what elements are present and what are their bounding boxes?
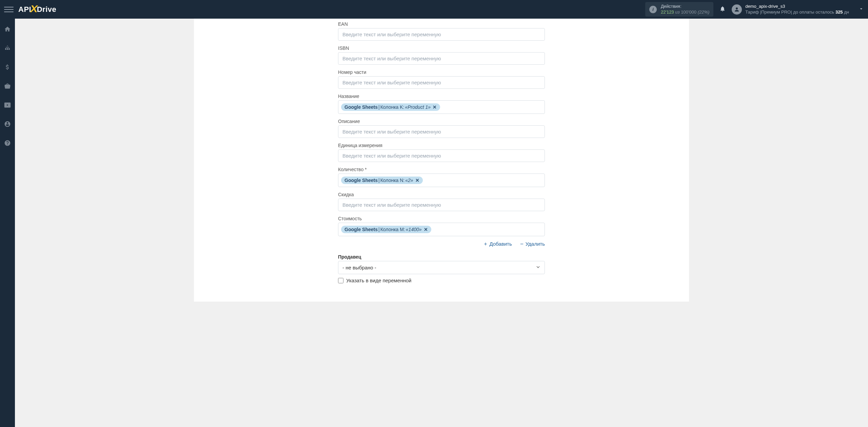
sidebar-home[interactable]	[0, 23, 15, 36]
tag-qty: Google Sheets | Колонка N: «2» ✕	[341, 177, 423, 184]
field-isbn: ISBN	[338, 45, 545, 65]
label-cost: Стоимость	[338, 216, 545, 221]
minus-icon	[519, 242, 524, 246]
label-seller: Продавец	[338, 254, 545, 260]
field-qty: Количество * Google Sheets | Колонка N: …	[338, 167, 545, 187]
add-button[interactable]: Добавить	[483, 241, 512, 247]
plus-icon	[483, 242, 488, 246]
input-cost[interactable]: Google Sheets | Колонка M: «1400» ✕	[338, 223, 545, 236]
svg-point-0	[736, 7, 738, 9]
sidebar-connections[interactable]	[0, 42, 15, 55]
label-desc: Описание	[338, 119, 545, 124]
field-cost: Стоимость Google Sheets | Колонка M: «14…	[338, 216, 545, 236]
input-partnum[interactable]	[338, 76, 545, 89]
input-ean[interactable]	[338, 28, 545, 41]
action-links: Добавить Удалить	[338, 241, 545, 247]
input-unit[interactable]	[338, 149, 545, 162]
tag-name: Google Sheets | Колонка K: «Product 1» ✕	[341, 103, 440, 111]
content-card: EAN ISBN Номер части Название Google She…	[194, 19, 689, 302]
tag-remove-qty[interactable]: ✕	[415, 178, 419, 183]
info-icon: i	[649, 6, 657, 13]
select-seller[interactable]: - не выбрано -	[338, 261, 545, 274]
input-isbn[interactable]	[338, 52, 545, 65]
input-qty[interactable]: Google Sheets | Колонка N: «2» ✕	[338, 174, 545, 187]
actions-label: Действия:	[661, 4, 709, 9]
label-discount: Скидка	[338, 192, 545, 197]
notifications-button[interactable]	[719, 6, 726, 13]
label-unit: Единица измерения	[338, 143, 545, 148]
delete-button[interactable]: Удалить	[519, 241, 545, 247]
field-discount: Скидка	[338, 192, 545, 211]
field-partnum: Номер части	[338, 69, 545, 89]
tag-cost: Google Sheets | Колонка M: «1400» ✕	[341, 226, 431, 233]
top-header: API X Drive i Действия: 22'123 из 100'00…	[0, 0, 868, 19]
input-desc[interactable]	[338, 125, 545, 138]
actions-sep: из	[675, 9, 681, 15]
tag-remove-cost[interactable]: ✕	[424, 227, 428, 232]
label-ean: EAN	[338, 21, 545, 27]
logo-text-api: API	[18, 5, 31, 14]
label-qty: Количество *	[338, 167, 545, 172]
actions-count: 22'123	[661, 9, 674, 15]
chevron-down-icon[interactable]	[859, 6, 864, 13]
sidebar-help[interactable]	[0, 137, 15, 149]
field-ean: EAN	[338, 21, 545, 41]
main-page: EAN ISBN Номер части Название Google She…	[15, 19, 868, 302]
label-partnum: Номер части	[338, 69, 545, 75]
user-tariff: Тариф |Премиум PRO| до оплаты осталось 3…	[745, 9, 849, 15]
form-container: EAN ISBN Номер части Название Google She…	[338, 19, 545, 283]
field-name: Название Google Sheets | Колонка K: «Pro…	[338, 94, 545, 114]
checkbox-label[interactable]: Указать в виде переменной	[346, 278, 412, 283]
actions-total: 100'000	[681, 9, 696, 15]
avatar-icon	[732, 4, 742, 15]
field-desc: Описание	[338, 119, 545, 138]
sidebar-video[interactable]	[0, 99, 15, 111]
sidebar-billing[interactable]	[0, 61, 15, 74]
checkbox-variable[interactable]	[338, 278, 343, 283]
tag-remove-name[interactable]: ✕	[433, 104, 437, 110]
field-seller: Продавец - не выбрано - Указать в виде п…	[338, 254, 545, 283]
input-discount[interactable]	[338, 199, 545, 211]
actions-pct: (22%)	[698, 9, 710, 15]
user-name: demo_apix-drive_s3	[745, 4, 849, 9]
actions-counter[interactable]: i Действия: 22'123 из 100'000 (22%)	[645, 2, 713, 17]
label-isbn: ISBN	[338, 45, 545, 51]
input-name[interactable]: Google Sheets | Колонка K: «Product 1» ✕	[338, 100, 545, 114]
sidebar-tools[interactable]	[0, 80, 15, 93]
menu-toggle-button[interactable]	[4, 5, 14, 14]
sidebar-account[interactable]	[0, 118, 15, 130]
field-unit: Единица измерения	[338, 143, 545, 162]
logo[interactable]: API X Drive	[18, 4, 56, 15]
sidebar	[0, 19, 15, 302]
label-name: Название	[338, 94, 545, 99]
logo-text-drive: Drive	[37, 5, 57, 14]
logo-x: X	[30, 3, 38, 15]
user-menu[interactable]: demo_apix-drive_s3 Тариф |Премиум PRO| д…	[732, 4, 849, 15]
